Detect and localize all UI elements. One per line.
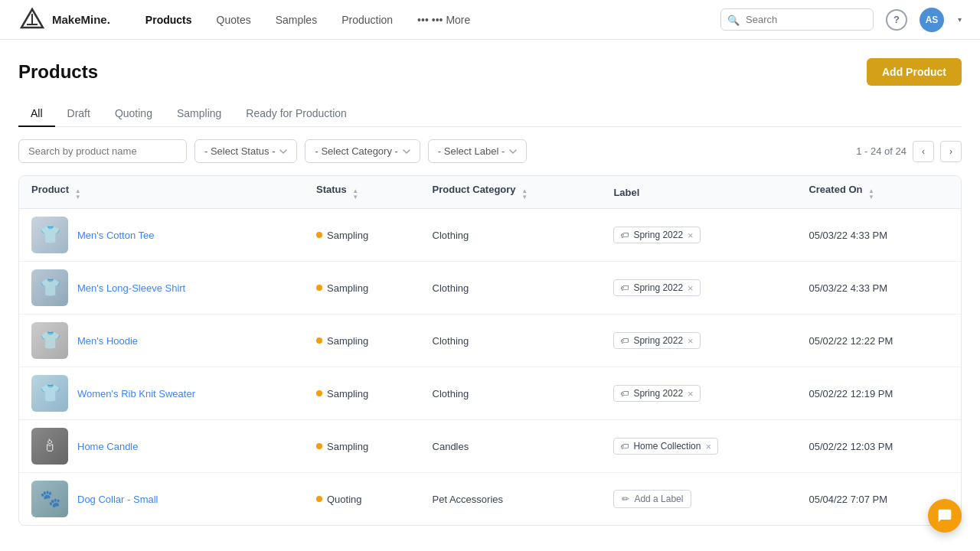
status-filter-label: - Select Status - <box>204 145 275 157</box>
status-dot <box>316 443 322 449</box>
tag-icon: 🏷 <box>620 230 629 240</box>
product-name-link[interactable]: Men's Cotton Tee <box>77 230 155 241</box>
product-cell-4: 🕯 Home Candle <box>19 420 304 473</box>
product-image: 👕 <box>31 217 68 253</box>
category-cell-5: Pet Accessories <box>420 473 602 526</box>
label-remove-button[interactable]: × <box>688 230 694 240</box>
nav-production[interactable]: Production <box>331 9 403 31</box>
status-dot <box>316 390 322 396</box>
product-tabs: All Draft Quoting Sampling Ready for Pro… <box>18 101 962 127</box>
nav-samples[interactable]: Samples <box>265 9 328 31</box>
col-status: Status ▲▼ <box>304 176 420 209</box>
category-cell-3: Clothing <box>420 367 602 420</box>
add-product-button[interactable]: Add Product <box>867 58 962 86</box>
status-text: Sampling <box>327 335 368 347</box>
tag-icon: 🏷 <box>620 442 629 451</box>
nav-products[interactable]: Products <box>135 9 203 31</box>
pagination-text: 1 - 24 of 24 <box>856 145 906 157</box>
product-image: 👕 <box>31 322 68 359</box>
nav-more[interactable]: ••• ••• More <box>407 9 481 31</box>
logo[interactable]: MakeMine. <box>18 6 110 34</box>
sort-arrows-created: ▲▼ <box>868 188 874 201</box>
label-cell-4: 🏷 Home Collection × <box>601 420 796 473</box>
status-dot <box>316 337 322 344</box>
label-text: Home Collection <box>633 441 701 452</box>
table-row: 👕 Women's Rib Knit Sweater Sampling Clot… <box>19 367 961 420</box>
sort-arrows-product: ▲▼ <box>75 188 81 201</box>
label-remove-button[interactable]: × <box>688 283 694 293</box>
nav-more-label: ••• More <box>432 14 471 26</box>
label-tag: 🏷 Spring 2022 × <box>613 279 700 296</box>
category-filter[interactable]: - Select Category - <box>305 139 420 163</box>
help-button[interactable]: ? <box>886 9 907 31</box>
category-filter-label: - Select Category - <box>315 145 397 157</box>
tab-draft[interactable]: Draft <box>55 101 103 127</box>
filters-bar: - Select Status - - Select Category - - … <box>18 139 962 163</box>
avatar-chevron-icon[interactable]: ▾ <box>958 15 962 24</box>
nav-more-icon: ••• <box>417 14 429 26</box>
table-header-row: Product ▲▼ Status ▲▼ Product Category ▲▼… <box>19 176 961 209</box>
category-cell-0: Clothing <box>420 209 602 262</box>
status-filter[interactable]: - Select Status - <box>194 139 297 163</box>
label-tag: 🏷 Spring 2022 × <box>613 227 700 243</box>
search-input[interactable] <box>720 8 874 31</box>
page-header: Products Add Product <box>18 58 962 86</box>
sort-arrows-status: ▲▼ <box>352 188 358 201</box>
category-cell-2: Clothing <box>420 315 602 367</box>
status-dot <box>316 232 322 238</box>
category-cell-4: Candles <box>420 420 602 473</box>
label-text: Spring 2022 <box>633 335 683 346</box>
status-dot <box>316 496 322 502</box>
tab-ready-for-production[interactable]: Ready for Production <box>234 101 359 127</box>
product-image: 👕 <box>31 375 68 412</box>
chevron-down-icon <box>509 148 517 155</box>
nav-bar: MakeMine. Products Quotes Samples Produc… <box>0 0 980 40</box>
add-label-button[interactable]: ✏ Add a Label <box>613 490 691 508</box>
label-cell-2: 🏷 Spring 2022 × <box>601 315 796 367</box>
status-text: Quoting <box>327 494 362 505</box>
tab-all[interactable]: All <box>18 101 55 127</box>
tag-icon: 🏷 <box>620 283 629 292</box>
status-cell-3: Sampling <box>304 367 420 420</box>
pagination-prev[interactable]: ‹ <box>913 141 934 162</box>
chevron-down-icon <box>403 148 410 155</box>
avatar[interactable]: AS <box>920 8 944 32</box>
products-table-container: Product ▲▼ Status ▲▼ Product Category ▲▼… <box>18 175 962 526</box>
table-row: 🕯 Home Candle Sampling Candles 🏷 Home Co… <box>19 420 961 473</box>
products-table: Product ▲▼ Status ▲▼ Product Category ▲▼… <box>19 176 961 525</box>
label-remove-button[interactable]: × <box>688 389 694 399</box>
product-name-link[interactable]: Women's Rib Knit Sweater <box>77 388 195 399</box>
product-cell-5: 🐾 Dog Collar - Small <box>19 473 304 526</box>
nav-search: 🔍 <box>720 8 874 31</box>
status-cell-4: Sampling <box>304 420 420 473</box>
nav-quotes[interactable]: Quotes <box>206 9 262 31</box>
product-cell-1: 👕 Men's Long-Sleeve Shirt <box>19 262 304 315</box>
product-search-input[interactable] <box>18 139 187 163</box>
search-icon: 🔍 <box>727 14 740 25</box>
label-filter[interactable]: - Select Label - <box>428 139 527 163</box>
created-cell-2: 05/02/22 12:22 PM <box>796 315 961 367</box>
tag-icon: 🏷 <box>620 336 629 345</box>
product-cell-2: 👕 Men's Hoodie <box>19 315 304 367</box>
logo-text: MakeMine. <box>52 13 110 26</box>
add-label-text: Add a Label <box>634 494 683 504</box>
product-name-link[interactable]: Dog Collar - Small <box>77 494 158 505</box>
product-name-link[interactable]: Men's Long-Sleeve Shirt <box>77 282 185 294</box>
label-tag: 🏷 Spring 2022 × <box>613 385 700 402</box>
product-cell-0: 👕 Men's Cotton Tee <box>19 209 304 262</box>
tab-quoting[interactable]: Quoting <box>103 101 165 127</box>
product-name-link[interactable]: Home Candle <box>77 441 139 452</box>
tab-sampling[interactable]: Sampling <box>165 101 234 127</box>
pagination-info: 1 - 24 of 24 ‹ › <box>856 141 962 162</box>
table-row: 👕 Men's Long-Sleeve Shirt Sampling Cloth… <box>19 262 961 315</box>
label-remove-button[interactable]: × <box>688 336 694 346</box>
product-name-link[interactable]: Men's Hoodie <box>77 335 138 347</box>
label-remove-button[interactable]: × <box>705 442 711 452</box>
nav-right: ? AS ▾ <box>886 8 962 32</box>
created-cell-4: 05/02/22 12:03 PM <box>796 420 961 473</box>
page-title: Products <box>18 61 98 83</box>
label-filter-label: - Select Label - <box>438 145 505 157</box>
pagination-next[interactable]: › <box>940 141 962 162</box>
product-image: 🐾 <box>31 481 68 517</box>
col-category: Product Category ▲▼ <box>420 176 602 209</box>
